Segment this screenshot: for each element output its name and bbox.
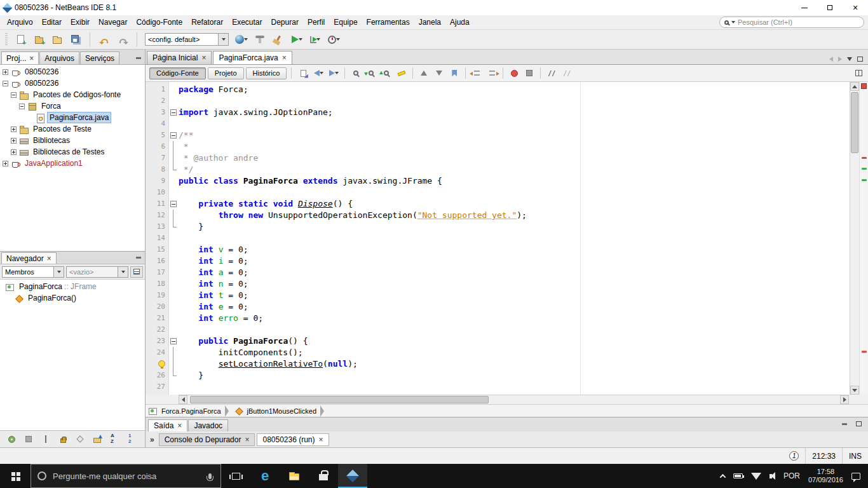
action-center-icon[interactable] — [851, 473, 860, 480]
breadcrumb-item-forca-paginaforca[interactable]: Forca.PaginaForca — [148, 406, 221, 416]
store-button[interactable] — [309, 464, 338, 488]
config-select[interactable]: <config. default> — [145, 33, 229, 46]
menu-refatorar[interactable]: Refatorar — [187, 16, 227, 29]
close-tab-icon[interactable]: × — [201, 55, 206, 61]
config-dropdown-button[interactable] — [218, 34, 228, 45]
code-line[interactable]: 12 throw new UnsupportedOperationExcepti… — [146, 210, 850, 221]
code-line[interactable]: 10 — [146, 187, 850, 198]
collapse-icon[interactable] — [3, 81, 8, 86]
find-selection-button[interactable] — [349, 67, 363, 79]
debug-project-button[interactable] — [306, 31, 324, 48]
expand-icon[interactable] — [3, 161, 8, 166]
menu-equipe[interactable]: Equipe — [329, 16, 362, 29]
scroll-tabs-left-icon[interactable] — [829, 57, 833, 62]
menu-executar[interactable]: Executar — [227, 16, 266, 29]
run-project-button[interactable] — [288, 31, 306, 48]
open-project-button[interactable] — [48, 31, 66, 48]
code-line[interactable]: 4 — [146, 118, 850, 130]
close-tab-icon[interactable]: × — [282, 55, 287, 61]
restore-window-button[interactable] — [817, 0, 843, 15]
task-view-button[interactable] — [221, 464, 250, 488]
close-tab-icon[interactable]: × — [29, 55, 34, 62]
code-line[interactable]: 22 — [146, 324, 850, 336]
scope-filter-select[interactable]: <vazio> — [66, 266, 128, 278]
tab-arquivos[interactable]: Arquivos — [39, 51, 79, 64]
code-line[interactable]: 7 * @author andre — [146, 152, 850, 164]
menu-depurar[interactable]: Depurar — [267, 16, 303, 29]
tree-item-08050236[interactable]: 08050236 — [0, 78, 145, 89]
start-button[interactable] — [0, 464, 31, 488]
close-tab-icon[interactable]: × — [245, 437, 249, 443]
view-historico-button[interactable]: Histórico — [246, 67, 287, 79]
collapse-icon[interactable] — [19, 104, 25, 109]
back-button[interactable] — [311, 67, 325, 79]
edge-button[interactable] — [250, 464, 280, 488]
close-tab-icon[interactable]: × — [47, 255, 51, 262]
find-next-button[interactable] — [364, 67, 378, 79]
battery-icon[interactable] — [733, 473, 743, 478]
code-line[interactable]: 23 public PaginaForca() { — [146, 336, 850, 347]
tab-servicos[interactable]: Serviços — [80, 51, 119, 64]
code-line[interactable]: 18 int n = 0; — [146, 278, 850, 290]
wifi-icon[interactable] — [751, 473, 761, 480]
close-window-button[interactable]: × — [843, 0, 868, 15]
tree-item-javaapplication1[interactable]: JavaApplication1 — [0, 158, 145, 169]
expand-icon[interactable] — [11, 149, 17, 155]
split-editor-button[interactable] — [853, 67, 864, 79]
code-line[interactable]: 5/** — [146, 130, 850, 141]
clean-project-button[interactable] — [269, 31, 287, 48]
tree-item-bibliotecas[interactable]: Bibliotecas — [0, 135, 145, 146]
microphone-icon[interactable] — [208, 473, 212, 479]
code-line[interactable]: 11 private static void Dispose() { — [146, 198, 850, 210]
collapse-icon[interactable] — [11, 92, 17, 98]
show-hidden-icons-icon[interactable] — [719, 473, 726, 480]
menu-ajuda[interactable]: Ajuda — [445, 16, 474, 29]
save-all-button[interactable] — [67, 31, 85, 48]
uncomment-button[interactable] — [560, 67, 574, 79]
tab-javadoc[interactable]: Javadoc — [188, 419, 228, 431]
code-line[interactable]: 16 int i = 0; — [146, 255, 850, 267]
tab-paginaforca-java[interactable]: PaginaForca.java× — [213, 51, 292, 64]
code-line[interactable]: 6 * — [146, 141, 850, 152]
tree-item-08050236[interactable]: 08050236 — [0, 66, 145, 78]
start-macro-recording-button[interactable] — [507, 67, 521, 79]
stripe-mark[interactable] — [862, 351, 867, 353]
previous-bookmark-button[interactable] — [417, 67, 431, 79]
nav-item-paginaforca[interactable]: PaginaForca :: JFrame — [0, 281, 145, 292]
minimize-panel-button[interactable] — [133, 53, 144, 63]
breadcrumb-item-jbutton1mouseclicked[interactable]: jButton1MouseClicked — [234, 406, 316, 416]
close-tab-icon[interactable]: × — [177, 423, 182, 429]
error-badge-icon[interactable] — [861, 83, 867, 89]
file-explorer-button[interactable] — [280, 464, 309, 488]
last-edit-button[interactable] — [296, 67, 310, 79]
toggle-bookmark-button[interactable] — [447, 67, 461, 79]
breadcrumb-chevron-icon[interactable] — [320, 405, 324, 417]
expand-icon[interactable] — [11, 138, 17, 144]
code-line[interactable]: 3import javax.swing.JOptionPane; — [146, 107, 850, 118]
scroll-right-button[interactable] — [840, 395, 849, 404]
code-line[interactable]: 27 — [146, 381, 850, 393]
scope-dropdown-button[interactable] — [118, 267, 128, 277]
code-line[interactable]: 8 */ — [146, 164, 850, 175]
menu-codigo-fonte[interactable]: Código-Fonte — [132, 16, 187, 29]
sort-numeric-button[interactable] — [125, 433, 138, 445]
tab-overflow-button[interactable]: » — [147, 435, 157, 444]
new-project-button[interactable] — [30, 31, 48, 48]
vertical-scrollbar[interactable] — [850, 82, 859, 395]
netbeans-button[interactable] — [338, 464, 367, 488]
scroll-up-button[interactable] — [850, 82, 859, 91]
code-line[interactable]: 20 int e = 0; — [146, 301, 850, 313]
tree-item-pacotes-de-codigos-fonte[interactable]: Pacotes de Códigos-fonte — [0, 89, 145, 100]
stripe-mark[interactable] — [862, 179, 867, 181]
options-button[interactable] — [5, 433, 18, 445]
tab-pagina-inicial[interactable]: Página Inicial× — [147, 51, 212, 64]
members-dropdown-button[interactable] — [53, 267, 64, 277]
new-file-button[interactable] — [11, 31, 29, 48]
tab-proj[interactable]: Proj...× — [1, 51, 39, 64]
tab-navegador[interactable]: Navegador × — [1, 252, 57, 264]
code-line[interactable]: 1package Forca; — [146, 84, 850, 95]
view-codigo-fonte-button[interactable]: Código-Fonte — [149, 67, 206, 79]
menu-perfil[interactable]: Perfil — [303, 16, 329, 29]
tab-list-icon[interactable] — [847, 57, 852, 61]
shift-left-button[interactable] — [470, 67, 484, 79]
